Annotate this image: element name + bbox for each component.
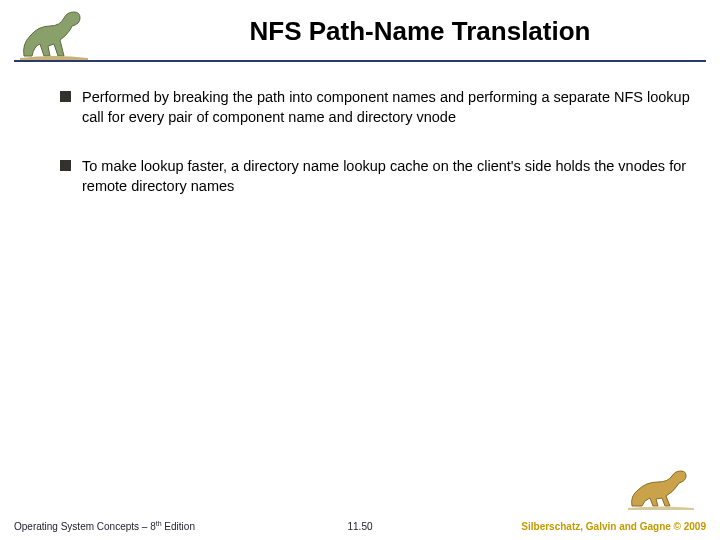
title-underline [14, 60, 706, 62]
dinosaur-icon [14, 6, 94, 62]
square-bullet-icon [60, 160, 71, 171]
bullet-text: To make lookup faster, a directory name … [82, 158, 686, 194]
bullet-text: Performed by breaking the path into comp… [82, 89, 690, 125]
footer: Operating System Concepts – 8th Edition … [0, 500, 720, 540]
content-area: Performed by breaking the path into comp… [60, 88, 690, 226]
bullet-item: Performed by breaking the path into comp… [60, 88, 690, 127]
square-bullet-icon [60, 91, 71, 102]
bullet-item: To make lookup faster, a directory name … [60, 157, 690, 196]
header: NFS Path-Name Translation [0, 0, 720, 62]
slide-title: NFS Path-Name Translation [140, 16, 700, 47]
slide: NFS Path-Name Translation Performed by b… [0, 0, 720, 540]
footer-right: Silberschatz, Galvin and Gagne © 2009 [521, 521, 706, 532]
